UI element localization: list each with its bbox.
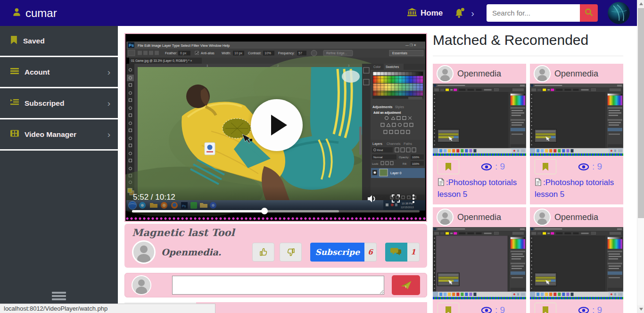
search-input[interactable]: [487, 4, 580, 22]
video-dotted-border: [125, 216, 426, 221]
send-comment-button[interactable]: [392, 275, 420, 295]
thumbs-up-icon: [258, 247, 269, 257]
video-card[interactable]: Openmedia: [433, 64, 526, 204]
scrollbar-thumb[interactable]: [638, 8, 644, 218]
svg-text:Styles: Styles: [395, 105, 405, 109]
brand[interactable]: cumar: [12, 0, 57, 26]
kebab-icon: [412, 194, 415, 203]
video-thumbnail[interactable]: [433, 84, 526, 153]
svg-text:Ps: Ps: [129, 43, 134, 48]
svg-text:Lock:: Lock:: [372, 162, 379, 165]
sidebar-item-subscriped[interactable]: Subscriped ›: [0, 88, 118, 119]
profile-avatar[interactable]: [608, 2, 630, 24]
svg-text:0 px: 0 px: [180, 51, 187, 55]
search-button[interactable]: [580, 4, 598, 22]
home-label: Home: [421, 8, 443, 18]
video-card[interactable]: Openmedia: [433, 207, 526, 313]
card-footer: : 9 :Photoshop totorials lesson 5: [530, 156, 623, 204]
eye-icon: [481, 306, 492, 313]
video-thumbnail[interactable]: [530, 84, 623, 153]
fullscreen-icon: [392, 195, 400, 203]
scroll-up-arrow[interactable]: [637, 0, 644, 8]
video-thumbnail[interactable]: [433, 227, 526, 297]
progress-thumb[interactable]: [261, 208, 268, 214]
card-title[interactable]: :Photoshop totorials lesson 5: [535, 177, 619, 200]
user-icon: [12, 8, 21, 18]
main-column: Ps File Edit Image Layer Type Select Fil…: [124, 33, 427, 222]
volume-button[interactable]: [367, 195, 377, 203]
comments-button[interactable]: [385, 243, 407, 262]
sidebar-label: Video Manager: [25, 130, 76, 139]
sidebar-item-video-manager[interactable]: Video Manager ›: [0, 119, 118, 151]
film-icon: [10, 130, 19, 139]
svg-text:Swatches: Swatches: [386, 65, 399, 68]
sidebar-item-saved[interactable]: Saved: [0, 26, 118, 57]
bookmark-icon: [542, 163, 549, 171]
volume-icon: [367, 195, 377, 203]
bookmark-icon: [10, 36, 17, 46]
search-icon: [585, 8, 593, 18]
sidebar-collapse-button[interactable]: [0, 290, 118, 304]
svg-text:10%: 10%: [264, 51, 271, 55]
svg-text:100%: 100%: [412, 156, 420, 159]
bookmark-button[interactable]: [535, 303, 556, 313]
card-footer: : 9 :Photoshop totorials lesson 5: [433, 156, 526, 204]
scroll-down-arrow[interactable]: [637, 305, 644, 313]
bookmark-button[interactable]: [438, 159, 459, 174]
eye-icon: [481, 163, 492, 171]
sidebar-item-acount[interactable]: Acount ›: [0, 57, 118, 88]
svg-text:01 Game.jpg @ 33.3% (Layer 0,: 01 Game.jpg @ 33.3% (Layer 0, RGB/8*) * …: [131, 59, 192, 63]
svg-text:Adjustments: Adjustments: [372, 105, 393, 109]
svg-text:Feather:: Feather:: [165, 51, 177, 55]
fullscreen-button[interactable]: [392, 195, 400, 203]
video-card[interactable]: Openmedia: [530, 64, 623, 204]
video-thumbnail[interactable]: [530, 227, 623, 297]
card-footer: : 9 :Photoshop totorials lesson 5: [530, 299, 623, 313]
thumbs-down-icon: [286, 247, 296, 257]
document-icon: [438, 178, 445, 186]
svg-text:57: 57: [298, 51, 302, 55]
dislike-button[interactable]: [280, 243, 302, 262]
card-header: Openmedia: [433, 64, 526, 84]
paper-plane-icon: [400, 279, 413, 291]
home-link[interactable]: Home: [407, 8, 443, 18]
status-url-tooltip: localhost:8012/VideoPlayer/watch.php: [0, 304, 215, 313]
progress-played: [132, 210, 264, 212]
svg-text:Normal: Normal: [373, 156, 382, 159]
subscribe-button[interactable]: Subscripe: [310, 243, 364, 262]
comment-input[interactable]: [172, 276, 384, 295]
progress-bar[interactable]: [132, 210, 420, 212]
channel-avatar[interactable]: [132, 240, 156, 264]
view-count: : 9: [481, 161, 505, 172]
channel-name[interactable]: Openmedia.: [161, 247, 221, 257]
svg-text:10 px: 10 px: [234, 51, 243, 55]
recommended-panel: Matched & Recomended Openmedia: [433, 28, 623, 313]
eye-icon: [578, 306, 589, 313]
chevron-right-icon[interactable]: ›: [471, 8, 474, 18]
chat-icon: [390, 247, 402, 257]
bookmark-icon: [445, 306, 452, 313]
comment-count-badge: 1: [407, 243, 420, 262]
playlist-icon: [10, 99, 19, 108]
video-player[interactable]: Ps File Edit Image Layer Type Select Fil…: [124, 33, 427, 222]
svg-text:Frequency:: Frequency:: [278, 51, 295, 55]
card-channel-name: Openmedia: [457, 212, 501, 222]
bell-icon[interactable]: [454, 8, 465, 19]
svg-text:100%: 100%: [412, 162, 420, 165]
svg-text:Layers: Layers: [372, 142, 383, 146]
scrollbar[interactable]: [637, 0, 644, 313]
svg-text:Kind: Kind: [377, 149, 383, 152]
video-card[interactable]: Openmedia: [530, 207, 623, 313]
bookmark-button[interactable]: [438, 303, 459, 313]
like-button[interactable]: [252, 243, 274, 262]
view-count: : 9: [578, 305, 602, 313]
overflow-menu-button[interactable]: [412, 194, 415, 203]
svg-text:Fill:: Fill:: [403, 162, 407, 165]
time-display: 5:52 / 10:12: [133, 193, 175, 202]
bookmark-button[interactable]: [535, 159, 556, 174]
play-button[interactable]: [251, 99, 303, 151]
navbar: cumar Home ›: [0, 0, 644, 26]
document-icon: [535, 178, 542, 186]
card-title[interactable]: :Photoshop totorials lesson 5: [438, 177, 521, 200]
bookmark-icon: [445, 163, 452, 171]
